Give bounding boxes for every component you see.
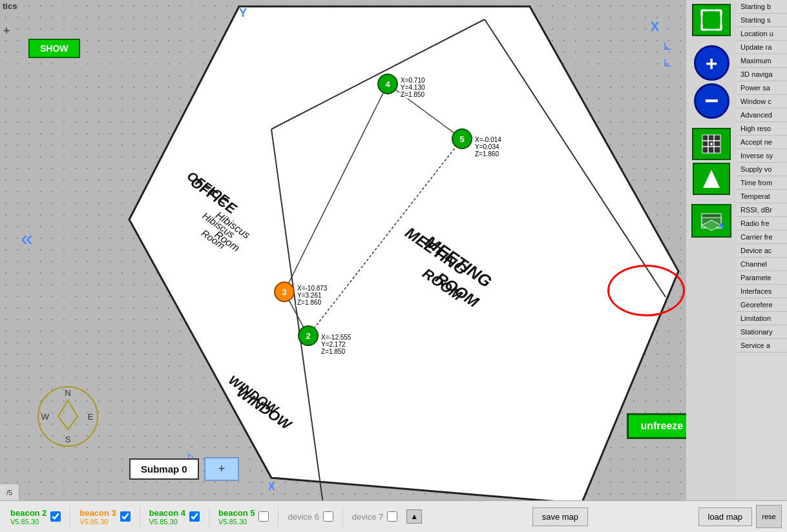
prop-item-16[interactable]: Radio fre (737, 217, 787, 230)
device-6-name: device 6 (288, 512, 319, 522)
prop-item-1[interactable]: Starting s (737, 14, 787, 27)
prop-item-18[interactable]: Device ac (737, 244, 787, 258)
prop-item-24[interactable]: Stationary (737, 325, 787, 339)
map-area: OFFICE Hibiscus Room MEETING ROOM WINDOW… (0, 0, 737, 500)
prop-item-22[interactable]: Georefere (737, 298, 787, 312)
beacon-node-3[interactable]: 3 (274, 281, 295, 302)
submap-label: Submap 0 (129, 458, 199, 480)
scroll-up-button[interactable]: ▲ (406, 509, 422, 524)
beacon-5-tab[interactable]: beacon 5 V5.85.30 (213, 506, 274, 528)
beacon-5-checkbox[interactable] (258, 511, 269, 522)
beacon-3-name: beacon 3 (79, 508, 116, 518)
nav-arrows-up[interactable]: ⦜ ⦜ (664, 36, 672, 69)
prop-item-20[interactable]: Paramete (737, 271, 787, 285)
beacon-4-checkbox[interactable] (189, 511, 200, 522)
prop-item-25[interactable]: Service a (737, 339, 787, 353)
prop-item-14[interactable]: Temperat (737, 190, 787, 203)
beacon-2-tab[interactable]: beacon 2 V5.85.30 (5, 506, 66, 528)
layers-button[interactable] (691, 204, 731, 238)
prop-item-7[interactable]: Window c (737, 95, 787, 108)
prop-item-19[interactable]: Channel (737, 258, 787, 271)
zoom-out-button[interactable]: − (694, 83, 729, 119)
show-button[interactable]: SHOW (28, 39, 80, 58)
submap-plus-button[interactable]: + (204, 457, 240, 481)
grid-button[interactable] (692, 128, 731, 160)
beacon-label-3: X=-10.873 Y=3.261 Z=1.860 (296, 284, 328, 307)
beacon-5-version: V5.85.30 (218, 518, 255, 526)
nav-arrows-left[interactable]: « (21, 225, 33, 251)
prop-item-4[interactable]: Maximum (737, 54, 787, 68)
beacon-3-tab[interactable]: beacon 3 V5.85.30 (74, 506, 135, 528)
load-map-button[interactable]: load map (698, 507, 752, 526)
beacon-label-5: X=-0.014 Y=0.034 Z=1.860 (474, 136, 503, 158)
far-right-panel: Starting bStarting sLocation uUpdate raM… (737, 0, 787, 532)
beacon-node-2[interactable]: 2 (298, 325, 319, 346)
prop-item-15[interactable]: RSSI, dBr (737, 203, 787, 217)
device-6-tab[interactable]: device 6 (282, 509, 338, 524)
prop-item-0[interactable]: Starting b (737, 0, 787, 14)
bottom-bar: beacon 2 V5.85.30 beacon 3 V5.85.30 beac… (0, 500, 787, 532)
beacon-2-name: beacon 2 (10, 508, 47, 518)
svg-marker-29 (703, 170, 720, 188)
x-axis-arrow: X (651, 19, 659, 34)
prop-item-8[interactable]: Advanced (737, 108, 787, 122)
beacon-node-4[interactable]: 4 (377, 74, 398, 94)
svg-point-28 (710, 143, 713, 145)
beacon-3-checkbox[interactable] (120, 511, 131, 522)
beacon-3-version: V5.85.30 (79, 518, 116, 526)
beacon-4-name: beacon 4 (149, 508, 185, 518)
cursor-icon: + (3, 25, 19, 40)
device-7-checkbox[interactable] (387, 511, 397, 522)
zoom-in-button[interactable]: + (694, 45, 729, 81)
version-label: /5 (0, 484, 19, 500)
device-7-name: device 7 (352, 512, 383, 522)
prop-item-21[interactable]: Interfaces (737, 285, 787, 298)
arrow-up-button[interactable] (693, 163, 730, 195)
device-7-tab[interactable]: device 7 (347, 509, 403, 524)
x-bottom-label: X (268, 481, 275, 493)
beacon-4-version: V5.85.30 (149, 518, 185, 526)
device-6-checkbox[interactable] (323, 511, 333, 522)
reset-button[interactable]: rese (756, 505, 782, 528)
prop-item-5[interactable]: 3D naviga (737, 68, 787, 81)
beacon-node-5[interactable]: 5 (452, 128, 472, 149)
prop-item-10[interactable]: Accept ne (737, 136, 787, 149)
prop-item-12[interactable]: Supply vo (737, 163, 787, 176)
beacon-2-version: V5.85.30 (10, 518, 47, 526)
prop-item-17[interactable]: Carrier fre (737, 230, 787, 244)
prop-item-2[interactable]: Location u (737, 27, 787, 41)
y-axis-label: Y (239, 6, 247, 20)
beacon-5-name: beacon 5 (218, 508, 255, 518)
tics-text: tics (0, 0, 19, 12)
prop-item-3[interactable]: Update ra (737, 41, 787, 54)
prop-item-11[interactable]: Inverse sy (737, 149, 787, 163)
beacon-label-4: X=0.710 Y=4.130 Z=1.850 (399, 76, 426, 99)
save-map-button[interactable]: save map (532, 507, 588, 526)
prop-item-9[interactable]: High reso (737, 122, 787, 136)
beacon-2-checkbox[interactable] (50, 511, 61, 522)
zoom-fit-button[interactable] (692, 4, 731, 36)
beacon-4-tab[interactable]: beacon 4 V5.85.30 (144, 506, 205, 528)
prop-item-6[interactable]: Power sa (737, 81, 787, 95)
beacon-label-2: X=-12.555 Y=2.172 Z=1.850 (320, 333, 352, 356)
prop-item-23[interactable]: Limitation (737, 312, 787, 325)
prop-item-13[interactable]: Time from (737, 176, 787, 190)
submap-controls: Submap 0 + (129, 457, 239, 481)
icon-sidebar: + − (686, 0, 737, 500)
prop-list-container: Starting bStarting sLocation uUpdate raM… (737, 0, 787, 353)
svg-rect-14 (702, 10, 721, 30)
